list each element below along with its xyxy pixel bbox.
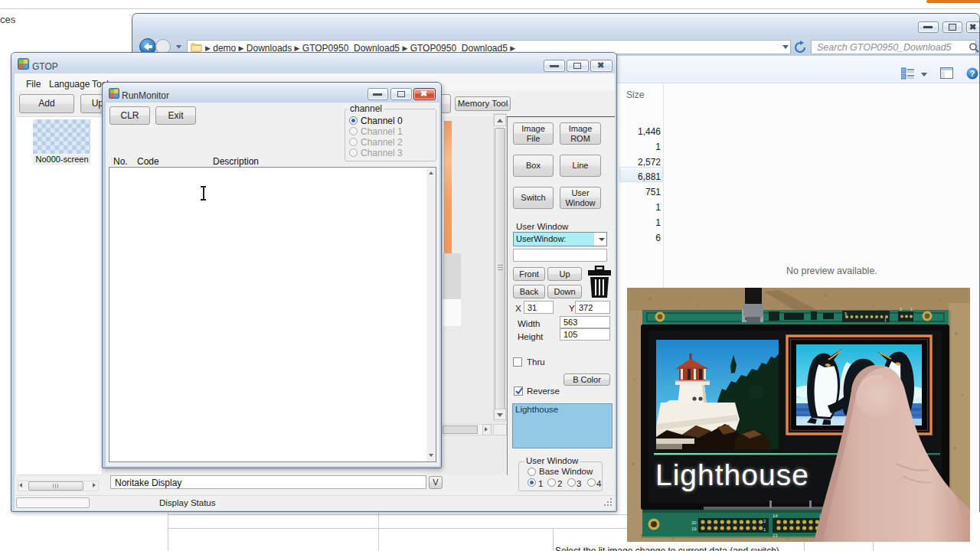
svg-text:19: 19 bbox=[691, 527, 697, 531]
svg-text:1: 1 bbox=[910, 307, 913, 311]
svg-text:13: 13 bbox=[773, 533, 778, 538]
svg-text:9: 9 bbox=[844, 311, 847, 316]
svg-text:Lighthouse: Lighthouse bbox=[655, 458, 809, 491]
svg-text:?: ? bbox=[970, 69, 975, 78]
svg-text:1: 1 bbox=[884, 318, 887, 322]
svg-text:20: 20 bbox=[691, 520, 697, 525]
svg-text:14: 14 bbox=[773, 514, 778, 518]
svg-text:3: 3 bbox=[900, 307, 902, 311]
